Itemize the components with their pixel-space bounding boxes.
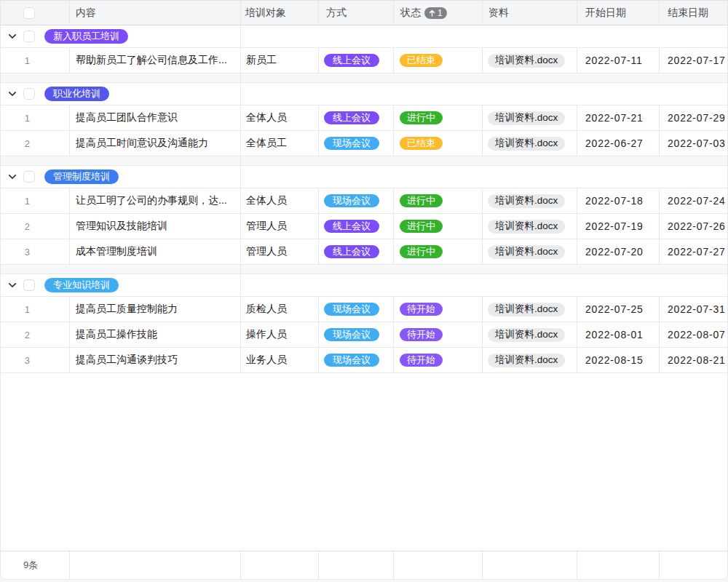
cell-content[interactable]: 提高员工团队合作意识 <box>70 105 241 130</box>
cell-end-date[interactable]: 2022-07-03 <box>660 131 727 156</box>
group-checkbox[interactable] <box>23 88 35 100</box>
cell-material[interactable]: 培训资料.docx <box>483 348 577 372</box>
cell-end-date[interactable]: 2022-07-26 <box>660 214 727 239</box>
cell-content[interactable]: 提高员工操作技能 <box>70 322 241 347</box>
cell-target[interactable]: 全体人员 <box>241 105 319 130</box>
cell-status[interactable]: 待开始 <box>394 297 483 322</box>
column-header-start[interactable]: 开始日期 <box>577 1 660 25</box>
row-number-cell[interactable]: 3 <box>1 348 70 372</box>
row-number-cell[interactable]: 2 <box>1 131 70 156</box>
file-attachment[interactable]: 培训资料.docx <box>488 111 565 125</box>
cell-target[interactable]: 全体人员 <box>241 188 319 213</box>
cell-target[interactable]: 全体员工 <box>241 131 319 156</box>
cell-content[interactable]: 帮助新员工了解公司信息及工作... <box>70 48 241 73</box>
cell-start-date[interactable]: 2022-07-21 <box>577 105 660 130</box>
cell-material[interactable]: 培训资料.docx <box>483 131 577 156</box>
cell-end-date[interactable]: 2022-07-17 <box>660 48 727 73</box>
cell-status[interactable]: 已结束 <box>394 48 483 73</box>
cell-status[interactable]: 进行中 <box>394 105 483 130</box>
select-all-checkbox[interactable] <box>23 7 35 19</box>
file-attachment[interactable]: 培训资料.docx <box>488 194 565 208</box>
row-number-cell[interactable]: 1 <box>1 48 70 73</box>
cell-material[interactable]: 培训资料.docx <box>483 214 577 239</box>
cell-target[interactable]: 管理人员 <box>241 214 319 239</box>
cell-content[interactable]: 提高员工质量控制能力 <box>70 297 241 322</box>
column-header-target[interactable]: 培训对象 <box>241 1 319 25</box>
group-checkbox[interactable] <box>23 31 35 42</box>
cell-status[interactable]: 进行中 <box>394 239 483 264</box>
cell-status[interactable]: 已结束 <box>394 131 483 156</box>
cell-material[interactable]: 培训资料.docx <box>483 48 577 73</box>
cell-status[interactable]: 待开始 <box>394 348 483 372</box>
cell-method[interactable]: 现场会议 <box>319 322 394 347</box>
file-attachment[interactable]: 培训资料.docx <box>488 354 565 367</box>
cell-method[interactable]: 线上会议 <box>319 239 394 264</box>
cell-end-date[interactable]: 2022-07-27 <box>660 239 727 264</box>
cell-content[interactable]: 提高员工沟通谈判技巧 <box>70 348 241 372</box>
file-attachment[interactable]: 培训资料.docx <box>488 220 565 234</box>
cell-target[interactable]: 管理人员 <box>241 239 319 264</box>
group-checkbox[interactable] <box>23 171 35 183</box>
collapse-group-icon[interactable] <box>8 172 17 181</box>
column-header-method[interactable]: 方式 <box>319 1 394 25</box>
cell-end-date[interactable]: 2022-07-31 <box>660 297 727 322</box>
status-tag: 进行中 <box>400 194 443 207</box>
row-number-cell[interactable]: 1 <box>1 105 70 130</box>
file-attachment[interactable]: 培训资料.docx <box>488 303 565 316</box>
cell-method[interactable]: 线上会议 <box>319 48 394 73</box>
cell-method[interactable]: 线上会议 <box>319 105 394 130</box>
cell-content[interactable]: 管理知识及技能培训 <box>70 214 241 239</box>
footer-cell-count: 9条 <box>1 551 70 579</box>
column-header-content[interactable]: 内容 <box>70 1 241 25</box>
row-number-cell[interactable]: 3 <box>1 239 70 264</box>
cell-start-date[interactable]: 2022-06-27 <box>577 131 660 156</box>
file-attachment[interactable]: 培训资料.docx <box>488 54 565 68</box>
cell-method[interactable]: 现场会议 <box>319 188 394 213</box>
collapse-group-icon[interactable] <box>8 281 17 290</box>
cell-start-date[interactable]: 2022-07-25 <box>577 297 660 322</box>
file-attachment[interactable]: 培训资料.docx <box>488 328 565 342</box>
row-number-cell[interactable]: 1 <box>1 188 70 213</box>
cell-end-date[interactable]: 2022-07-29 <box>660 105 727 130</box>
cell-start-date[interactable]: 2022-08-15 <box>577 348 660 372</box>
cell-method[interactable]: 现场会议 <box>319 131 394 156</box>
cell-material[interactable]: 培训资料.docx <box>483 239 577 264</box>
cell-material[interactable]: 培训资料.docx <box>483 105 577 130</box>
cell-content[interactable]: 提高员工时间意识及沟通能力 <box>70 131 241 156</box>
cell-end-date[interactable]: 2022-07-24 <box>660 188 727 213</box>
cell-target[interactable]: 质检人员 <box>241 297 319 322</box>
cell-material[interactable]: 培训资料.docx <box>483 188 577 213</box>
cell-end-date[interactable]: 2022-08-21 <box>660 348 727 372</box>
cell-target[interactable]: 业务人员 <box>241 348 319 372</box>
cell-start-date[interactable]: 2022-07-11 <box>577 48 660 73</box>
cell-material[interactable]: 培训资料.docx <box>483 297 577 322</box>
column-header-end[interactable]: 结束日期 <box>660 1 727 25</box>
cell-target[interactable]: 操作人员 <box>241 322 319 347</box>
cell-start-date[interactable]: 2022-07-20 <box>577 239 660 264</box>
cell-method[interactable]: 线上会议 <box>319 214 394 239</box>
row-number-cell[interactable]: 2 <box>1 322 70 347</box>
column-header-status[interactable]: 状态 1 <box>394 1 483 25</box>
file-attachment[interactable]: 培训资料.docx <box>488 137 565 151</box>
cell-start-date[interactable]: 2022-08-01 <box>577 322 660 347</box>
cell-start-date[interactable]: 2022-07-19 <box>577 214 660 239</box>
row-number-cell[interactable]: 2 <box>1 214 70 239</box>
sort-badge[interactable]: 1 <box>424 7 447 19</box>
cell-content[interactable]: 成本管理制度培训 <box>70 239 241 264</box>
cell-start-date[interactable]: 2022-07-18 <box>577 188 660 213</box>
cell-method[interactable]: 现场会议 <box>319 297 394 322</box>
cell-material[interactable]: 培训资料.docx <box>483 322 577 347</box>
cell-end-date[interactable]: 2022-08-07 <box>660 322 727 347</box>
cell-content[interactable]: 让员工明了公司的办事规则，达... <box>70 188 241 213</box>
file-attachment[interactable]: 培训资料.docx <box>488 245 565 259</box>
cell-method[interactable]: 现场会议 <box>319 348 394 372</box>
cell-status[interactable]: 待开始 <box>394 322 483 347</box>
row-number-cell[interactable]: 1 <box>1 297 70 322</box>
collapse-group-icon[interactable] <box>8 89 17 98</box>
cell-status[interactable]: 进行中 <box>394 214 483 239</box>
cell-target[interactable]: 新员工 <box>241 48 319 73</box>
group-checkbox[interactable] <box>23 279 35 291</box>
collapse-group-icon[interactable] <box>8 32 17 41</box>
cell-status[interactable]: 进行中 <box>394 188 483 213</box>
column-header-material[interactable]: 资料 <box>483 1 577 25</box>
